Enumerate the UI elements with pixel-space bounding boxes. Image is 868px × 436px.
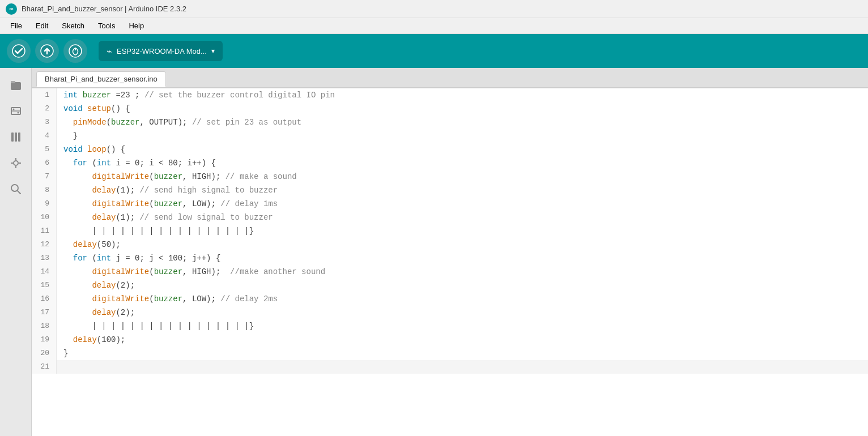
svg-line-20	[17, 191, 20, 194]
table-row: 1int buzzer =23 ; // set the buzzer cont…	[32, 88, 868, 102]
menubar: File Edit Sketch Tools Help	[0, 18, 868, 34]
svg-point-10	[17, 112, 19, 114]
svg-rect-6	[11, 81, 15, 83]
table-row: 21	[32, 360, 868, 374]
table-row: 12 delay(50);	[32, 238, 868, 251]
table-row: 17 delay(2);	[32, 306, 868, 319]
sidebar-library-icon[interactable]	[5, 126, 27, 148]
line-number: 1	[32, 88, 57, 102]
table-row: 8 delay(1); // send high signal to buzze…	[32, 183, 868, 197]
line-content[interactable]: delay(1); // send low signal to buzzer	[57, 211, 868, 224]
tab-main[interactable]: Bharat_Pi_and_buzzer_sensor.ino	[36, 71, 166, 87]
line-number: 3	[32, 116, 57, 129]
line-content[interactable]: | | | | | | | | | | | | | | | | |}	[57, 224, 868, 238]
line-number: 16	[32, 292, 57, 306]
line-content[interactable]: delay(100);	[57, 333, 868, 347]
table-row: 7 digitalWrite(buzzer, HIGH); // make a …	[32, 170, 868, 183]
table-row: 14 digitalWrite(buzzer, HIGH); //make an…	[32, 265, 868, 279]
table-row: 16 digitalWrite(buzzer, LOW); // delay 2…	[32, 292, 868, 306]
line-number: 21	[32, 360, 57, 374]
line-content[interactable]: digitalWrite(buzzer, LOW); // delay 1ms	[57, 197, 868, 211]
app-title: Bharat_Pi_and_buzzer_sensor | Arduino ID…	[22, 5, 186, 13]
code-editor[interactable]: 1int buzzer =23 ; // set the buzzer cont…	[32, 88, 868, 436]
table-row: 3 pinMode(buzzer, OUTPUT); // set pin 23…	[32, 116, 868, 129]
line-number: 4	[32, 129, 57, 143]
line-content[interactable]: delay(1); // send high signal to buzzer	[57, 183, 868, 197]
sidebar-debug-icon[interactable]	[5, 152, 27, 174]
menu-tools[interactable]: Tools	[92, 20, 121, 31]
line-number: 19	[32, 333, 57, 347]
line-content[interactable]: }	[57, 347, 868, 360]
svg-rect-5	[11, 82, 21, 90]
line-content[interactable]: pinMode(buzzer, OUTPUT); // set pin 23 a…	[57, 116, 868, 129]
svg-rect-13	[18, 132, 20, 142]
line-content[interactable]: int buzzer =23 ; // set the buzzer contr…	[57, 88, 868, 102]
tab-label: Bharat_Pi_and_buzzer_sensor.ino	[45, 75, 158, 83]
line-number: 7	[32, 170, 57, 183]
usb-icon: ⌁	[107, 46, 112, 57]
board-selector[interactable]: ⌁ ESP32-WROOM-DA Mod... ▾	[99, 41, 223, 61]
app-logo: ∞	[6, 3, 17, 15]
menu-file[interactable]: File	[5, 20, 28, 31]
line-number: 9	[32, 197, 57, 211]
table-row: 15 delay(2);	[32, 279, 868, 292]
table-row: 18 | | | | | | | | | | | | | | | | |}	[32, 319, 868, 333]
menu-help[interactable]: Help	[123, 20, 150, 31]
line-number: 5	[32, 143, 57, 156]
table-row: 20}	[32, 347, 868, 360]
line-content[interactable]: delay(2);	[57, 279, 868, 292]
line-number: 13	[32, 251, 57, 265]
titlebar: ∞ Bharat_Pi_and_buzzer_sensor | Arduino …	[0, 0, 868, 18]
line-number: 15	[32, 279, 57, 292]
line-number: 12	[32, 238, 57, 251]
board-name: ESP32-WROOM-DA Mod...	[117, 47, 207, 55]
verify-button[interactable]	[7, 39, 31, 63]
menu-edit[interactable]: Edit	[30, 20, 54, 31]
sidebar-board-icon[interactable]	[5, 100, 27, 122]
tabs-bar: Bharat_Pi_and_buzzer_sensor.ino	[32, 68, 868, 88]
line-number: 11	[32, 224, 57, 238]
line-number: 2	[32, 102, 57, 116]
chevron-down-icon: ▾	[211, 47, 215, 55]
line-number: 14	[32, 265, 57, 279]
menu-sketch[interactable]: Sketch	[56, 20, 90, 31]
toolbar: ⌁ ESP32-WROOM-DA Mod... ▾	[0, 34, 868, 68]
line-number: 6	[32, 156, 57, 170]
line-content[interactable]: delay(50);	[57, 238, 868, 251]
line-content[interactable]: | | | | | | | | | | | | | | | | |}	[57, 319, 868, 333]
line-number: 17	[32, 306, 57, 319]
table-row: 9 digitalWrite(buzzer, LOW); // delay 1m…	[32, 197, 868, 211]
table-row: 11 | | | | | | | | | | | | | | | | |}	[32, 224, 868, 238]
line-content[interactable]: digitalWrite(buzzer, LOW); // delay 2ms	[57, 292, 868, 306]
line-content[interactable]: digitalWrite(buzzer, HIGH); //make anoth…	[57, 265, 868, 279]
svg-point-14	[14, 161, 18, 165]
sidebar-search-icon[interactable]	[5, 178, 27, 200]
svg-rect-12	[15, 132, 17, 142]
table-row: 4 }	[32, 129, 868, 143]
line-content[interactable]: void setup() {	[57, 102, 868, 116]
line-content[interactable]: }	[57, 129, 868, 143]
line-number: 10	[32, 211, 57, 224]
sidebar	[0, 68, 32, 436]
table-row: 6 for (int i = 0; i < 80; i++) {	[32, 156, 868, 170]
line-content[interactable]	[57, 360, 868, 374]
table-row: 10 delay(1); // send low signal to buzze…	[32, 211, 868, 224]
line-number: 8	[32, 183, 57, 197]
table-row: 2void setup() {	[32, 102, 868, 116]
table-row: 5void loop() {	[32, 143, 868, 156]
line-number: 20	[32, 347, 57, 360]
line-number: 18	[32, 319, 57, 333]
line-content[interactable]: void loop() {	[57, 143, 868, 156]
line-content[interactable]: for (int i = 0; i < 80; i++) {	[57, 156, 868, 170]
svg-rect-11	[11, 132, 14, 142]
svg-point-9	[12, 109, 14, 110]
sidebar-folder-icon[interactable]	[5, 74, 27, 96]
debug-button[interactable]	[63, 39, 87, 63]
table-row: 13 for (int j = 0; j < 100; j++) {	[32, 251, 868, 265]
line-content[interactable]: digitalWrite(buzzer, HIGH); // make a so…	[57, 170, 868, 183]
line-content[interactable]: delay(2);	[57, 306, 868, 319]
upload-button[interactable]	[35, 39, 59, 63]
svg-point-0	[12, 45, 25, 57]
table-row: 19 delay(100);	[32, 333, 868, 347]
line-content[interactable]: for (int j = 0; j < 100; j++) {	[57, 251, 868, 265]
